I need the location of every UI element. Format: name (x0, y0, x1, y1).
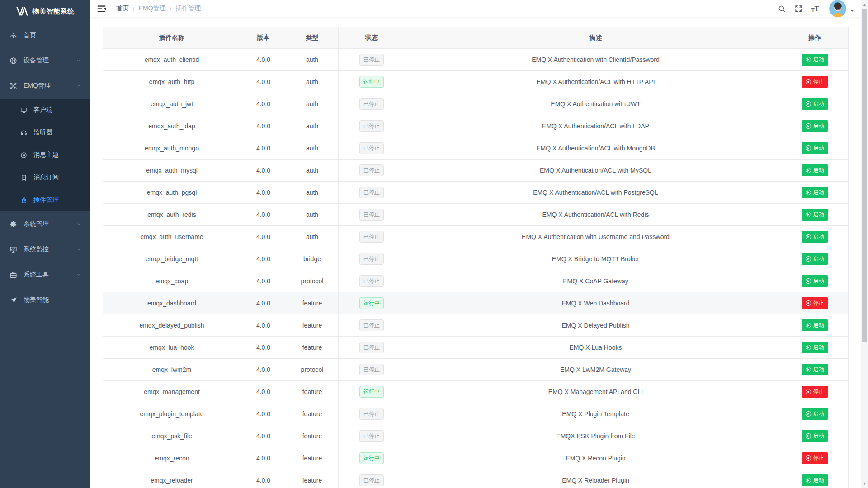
start-plugin-button[interactable]: 启动 (802, 408, 828, 420)
font-size-icon[interactable]: TT (811, 5, 819, 13)
sidebar-collapse-button[interactable] (90, 0, 113, 17)
table-row: emqx_coap4.0.0protocol已停止EMQ X CoAP Gate… (103, 270, 849, 292)
action-button-label: 停止 (813, 388, 824, 396)
column-header: 插件名称 (103, 27, 241, 49)
plugin-type-cell: feature (286, 381, 339, 403)
plugin-description-cell: EMQ X Authentication/ACL with MySQL (405, 160, 781, 182)
plugin-type-cell: auth (286, 137, 339, 160)
plugin-action-cell: 启动 (781, 359, 849, 381)
window-scrollbar[interactable]: ▲ ▼ (861, 0, 868, 488)
start-plugin-button[interactable]: 启动 (802, 54, 828, 66)
plugin-action-cell: 启动 (781, 403, 849, 425)
sidebar-item-listeners[interactable]: 监听器 (0, 121, 90, 144)
start-plugin-button[interactable]: 启动 (802, 275, 828, 287)
plugin-name-cell: emqx_recon (103, 447, 241, 469)
subscribe-icon (20, 174, 27, 181)
sidebar-item-label: 消息主题 (33, 151, 59, 159)
stop-plugin-button[interactable]: 停止 (802, 386, 828, 398)
start-plugin-button[interactable]: 启动 (802, 430, 828, 442)
start-plugin-button[interactable]: 启动 (802, 319, 828, 331)
scroll-down-button[interactable]: ▼ (861, 480, 868, 487)
sidebar-item-system-tools[interactable]: 系统工具 (0, 262, 90, 287)
plugin-action-cell: 启动 (781, 270, 849, 292)
sidebar-item-clients[interactable]: 客户端 (0, 99, 90, 121)
column-header: 版本 (241, 27, 286, 49)
start-plugin-button[interactable]: 启动 (802, 98, 828, 110)
sidebar-item-system-monitor[interactable]: 系统监控 (0, 237, 90, 262)
stop-plugin-button[interactable]: 停止 (802, 76, 828, 88)
plugin-type-cell: auth (286, 49, 339, 71)
sidebar-item-wumei-smart[interactable]: 物美智能 (0, 287, 90, 313)
play-icon (806, 367, 811, 372)
plugin-status-cell: 已停止 (339, 314, 405, 337)
start-plugin-button[interactable]: 启动 (802, 120, 828, 132)
stop-plugin-button[interactable]: 停止 (802, 452, 828, 464)
table-row: emqx_auth_jwt4.0.0auth已停止EMQ X Authentic… (103, 93, 849, 115)
status-badge: 已停止 (359, 164, 384, 176)
plugin-name-cell: emqx_plugin_template (103, 403, 241, 425)
plugin-action-cell: 启动 (781, 248, 849, 270)
monitor-chart-icon (9, 245, 17, 253)
plugin-type-cell: bridge (286, 248, 339, 270)
table-row: emqx_auth_clientid4.0.0auth已停止EMQ X Auth… (103, 49, 849, 71)
sidebar-item-emq-mgmt[interactable]: EMQ管理 (0, 73, 90, 99)
action-button-label: 启动 (813, 410, 824, 418)
chevron-down-icon (76, 221, 81, 227)
table-row: emqx_psk_file4.0.0feature已停止EMQX PSK Plu… (103, 425, 849, 447)
start-plugin-button[interactable]: 启动 (802, 231, 828, 243)
start-plugin-button[interactable]: 启动 (802, 209, 828, 221)
plugin-table-header: 插件名称版本类型状态描述操作 (103, 27, 849, 49)
table-row: emqx_auth_username4.0.0auth已停止EMQ X Auth… (103, 226, 849, 248)
search-icon[interactable] (778, 5, 786, 13)
sidebar-item-message-subscriptions[interactable]: 消息订阅 (0, 166, 90, 189)
plugin-action-cell: 启动 (781, 469, 849, 488)
play-icon (806, 256, 811, 262)
sidebar-item-system-mgmt[interactable]: 系统管理 (0, 211, 90, 237)
plugin-action-cell: 启动 (781, 204, 849, 226)
sidebar-item-home[interactable]: 首页 (0, 23, 90, 48)
start-plugin-button[interactable]: 启动 (802, 342, 828, 353)
scrollbar-thumb[interactable] (862, 9, 867, 342)
stop-icon (806, 455, 811, 461)
start-plugin-button[interactable]: 启动 (802, 253, 828, 265)
play-icon (806, 433, 811, 439)
status-badge: 已停止 (359, 364, 384, 375)
plugin-description-cell: EMQ X Authentication/ACL with LDAP (405, 115, 781, 137)
start-plugin-button[interactable]: 启动 (802, 364, 828, 375)
status-badge: 已停止 (359, 120, 384, 132)
plugin-description-cell: EMQ X Authentication/ACL with PostgreSQL (405, 182, 781, 204)
plugin-action-cell: 启动 (781, 137, 849, 160)
plugin-type-cell: auth (286, 115, 339, 137)
scroll-up-button[interactable]: ▲ (861, 1, 868, 8)
sidebar-item-message-topics[interactable]: 消息主题 (0, 144, 90, 166)
plugin-description-cell: EMQ X Recon Plugin (405, 447, 781, 469)
logo-icon (16, 6, 28, 16)
status-badge: 已停止 (359, 98, 384, 110)
logo[interactable]: 物美智能系统 (0, 0, 90, 23)
action-button-label: 停止 (813, 455, 824, 462)
client-monitor-icon (20, 106, 27, 113)
start-plugin-button[interactable]: 启动 (802, 164, 828, 176)
user-menu[interactable] (829, 0, 854, 17)
plugin-description-cell: EMQ X Management API and CLI (405, 381, 781, 403)
sidebar-item-plugin-mgmt[interactable]: 插件管理 (0, 189, 90, 211)
start-plugin-button[interactable]: 启动 (802, 142, 828, 154)
breadcrumb-home[interactable]: 首页 (116, 5, 129, 13)
start-plugin-button[interactable]: 启动 (802, 474, 828, 486)
action-button-label: 启动 (813, 56, 824, 64)
avatar[interactable] (829, 0, 846, 17)
plugin-name-cell: emqx_coap (103, 270, 241, 292)
plugin-status-cell: 已停止 (339, 425, 405, 447)
play-icon (806, 123, 811, 129)
sidebar-item-device-mgmt[interactable]: 设备管理 (0, 48, 90, 73)
start-plugin-button[interactable]: 启动 (802, 187, 828, 198)
column-header: 操作 (781, 27, 849, 49)
fullscreen-icon[interactable] (795, 5, 802, 13)
stop-icon (806, 389, 811, 394)
plugin-type-cell: protocol (286, 270, 339, 292)
table-row: emqx_auth_pgsql4.0.0auth已停止EMQ X Authent… (103, 182, 849, 204)
plugin-version-cell: 4.0.0 (241, 49, 286, 71)
stop-plugin-button[interactable]: 停止 (802, 297, 828, 309)
plugin-description-cell: EMQ X Authentication with ClientId/Passw… (405, 49, 781, 71)
app-window: 物美智能系统 首页 设备管理 (0, 0, 861, 488)
